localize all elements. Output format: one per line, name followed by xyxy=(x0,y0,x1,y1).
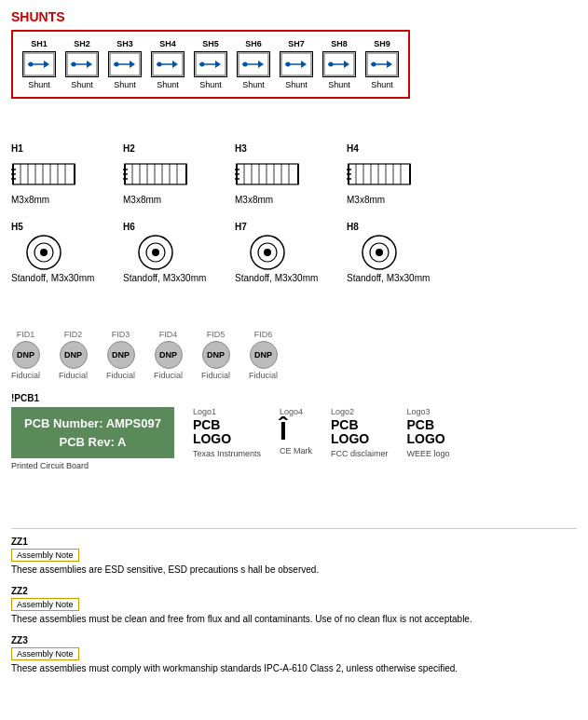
symbol-H2 xyxy=(123,156,188,193)
value-H2: M3x8mm xyxy=(123,195,161,205)
component-H2: H2 M3x8mm xyxy=(123,143,207,205)
shunt-symbol xyxy=(151,51,185,77)
shunt-item-sh7: SH7 Shunt xyxy=(280,39,313,89)
symbol-H1 xyxy=(11,156,76,193)
logo4-ref: Logo4 xyxy=(280,407,303,416)
shunt-symbol xyxy=(237,51,270,77)
shunt-name: Shunt xyxy=(328,80,350,89)
logo4-sub: CE Mark xyxy=(280,446,312,455)
shunt-ref: SH2 xyxy=(74,39,90,48)
value-H7: Standoff, M3x30mm xyxy=(235,273,318,283)
shunt-symbol xyxy=(194,51,227,77)
shunts-title: SHUNTS xyxy=(11,9,577,24)
fiducial-item-fid1: FID1 DNP Fiducial xyxy=(11,330,40,380)
shunt-item-sh9: SH9 Shunt xyxy=(365,39,399,89)
svg-point-6 xyxy=(72,62,76,67)
pcb-section: !PCB1 PCB Number: AMPS097 PCB Rev: A Pri… xyxy=(11,393,577,470)
fiducial-item-fid4: FID4 DNP Fiducial xyxy=(154,330,183,380)
shunt-name: Shunt xyxy=(71,80,93,89)
symbol-H6 xyxy=(123,234,188,271)
dnp-badge: DNP xyxy=(12,341,40,369)
svg-point-34 xyxy=(372,62,376,67)
shunt-ref: SH6 xyxy=(245,39,262,48)
shunt-name: Shunt xyxy=(242,80,265,89)
svg-point-14 xyxy=(157,62,162,67)
shunt-item-sh8: SH8 Shunt xyxy=(322,39,356,89)
dnp-badge: DNP xyxy=(60,341,88,369)
ref-H8: H8 xyxy=(347,222,359,232)
shunt-ref: SH7 xyxy=(288,39,305,48)
shunt-name: Shunt xyxy=(157,80,179,89)
ref-H2: H2 xyxy=(123,143,135,154)
fiducial-label: Fiducial xyxy=(59,371,88,380)
symbol-H7 xyxy=(235,234,300,271)
logo2-item: Logo2 PCBLOGO FCC disclaimer xyxy=(331,407,389,458)
svg-point-26 xyxy=(286,62,291,67)
shunt-ref: SH5 xyxy=(202,39,219,48)
ref-H6: H6 xyxy=(123,222,135,232)
dnp-badge: DNP xyxy=(155,341,183,369)
note-text: These assemblies are ESD sensitive, ESD … xyxy=(11,564,577,575)
symbol-H4 xyxy=(347,156,412,193)
fiducial-ref: FID4 xyxy=(159,330,178,339)
screw-row-1: H1 xyxy=(11,143,577,205)
logo3-item: Logo3 PCBLOGO WEEE logo xyxy=(406,407,449,458)
component-H6: H6 Standoff, M3x30mm xyxy=(123,222,207,283)
ref-H4: H4 xyxy=(347,143,359,154)
logo1-item: Logo1 PCBLOGO Texas Instruments xyxy=(193,407,261,458)
standoff-row: H5 Standoff, M3x30mm H6 Standoff, M3x30m… xyxy=(11,222,577,283)
logo3-ref: Logo3 xyxy=(406,407,430,416)
svg-marker-23 xyxy=(258,61,264,68)
logo2-text: PCBLOGO xyxy=(331,418,369,447)
fiducial-ref: FID2 xyxy=(64,330,83,339)
shunt-item-sh5: SH5 Shunt xyxy=(194,39,227,89)
svg-marker-19 xyxy=(215,61,221,68)
pcb-description: Printed Circuit Board xyxy=(11,461,174,470)
shunt-item-sh2: SH2 Shunt xyxy=(65,39,99,89)
shunt-symbol xyxy=(365,51,399,77)
fiducial-ref: FID3 xyxy=(112,330,130,339)
shunt-symbol xyxy=(322,51,356,77)
shunt-item-sh3: SH3 Shunt xyxy=(108,39,142,89)
assembly-note-badge: Assembly Note xyxy=(11,549,79,562)
logo1-ref: Logo1 xyxy=(193,407,216,416)
assembly-notes-section: ZZ1 Assembly Note These assemblies are E… xyxy=(11,528,577,673)
fiducial-item-fid2: FID2 DNP Fiducial xyxy=(59,330,88,380)
fiducial-label: Fiducial xyxy=(106,371,135,380)
assembly-note-badge: Assembly Note xyxy=(11,647,79,660)
pcb-ref: !PCB1 xyxy=(11,393,577,403)
shunt-item-sh6: SH6 Shunt xyxy=(237,39,270,89)
value-H3: M3x8mm xyxy=(235,195,273,205)
shunt-symbol xyxy=(22,51,56,77)
note-text: These assemblies must comply with workma… xyxy=(11,663,577,673)
logo1-text: PCBLOGO xyxy=(193,418,231,447)
logo3-sub: WEEE logo xyxy=(406,449,449,458)
pcb-number-line2: PCB Rev: A xyxy=(24,433,161,452)
component-H3: H3 M3x8mm xyxy=(235,143,319,205)
svg-point-22 xyxy=(243,62,248,67)
svg-marker-27 xyxy=(301,61,307,68)
value-H5: Standoff, M3x30mm xyxy=(11,273,94,283)
ref-H7: H7 xyxy=(235,222,247,232)
shunt-name: Shunt xyxy=(199,80,222,89)
svg-point-30 xyxy=(329,62,334,67)
svg-point-18 xyxy=(200,62,205,67)
shunt-name: Shunt xyxy=(28,80,50,89)
symbol-H8 xyxy=(347,234,412,271)
shunt-name: Shunt xyxy=(114,80,136,89)
shunt-symbol xyxy=(280,51,313,77)
note-ref: ZZ1 xyxy=(11,537,577,547)
note-text: These assemblies must be clean and free … xyxy=(11,614,577,624)
svg-point-2 xyxy=(29,62,34,67)
svg-point-96 xyxy=(264,249,271,256)
fiducial-item-fid3: FID3 DNP Fiducial xyxy=(106,330,135,380)
component-H5: H5 Standoff, M3x30mm xyxy=(11,222,95,283)
value-H4: M3x8mm xyxy=(347,195,385,205)
shunt-ref: SH3 xyxy=(116,39,133,48)
component-H7: H7 Standoff, M3x30mm xyxy=(235,222,319,283)
logo3-text: PCBLOGO xyxy=(406,418,444,447)
svg-marker-15 xyxy=(172,61,178,68)
screws-section: H1 xyxy=(11,143,577,283)
svg-point-93 xyxy=(152,249,159,256)
shunt-name: Shunt xyxy=(285,80,308,89)
